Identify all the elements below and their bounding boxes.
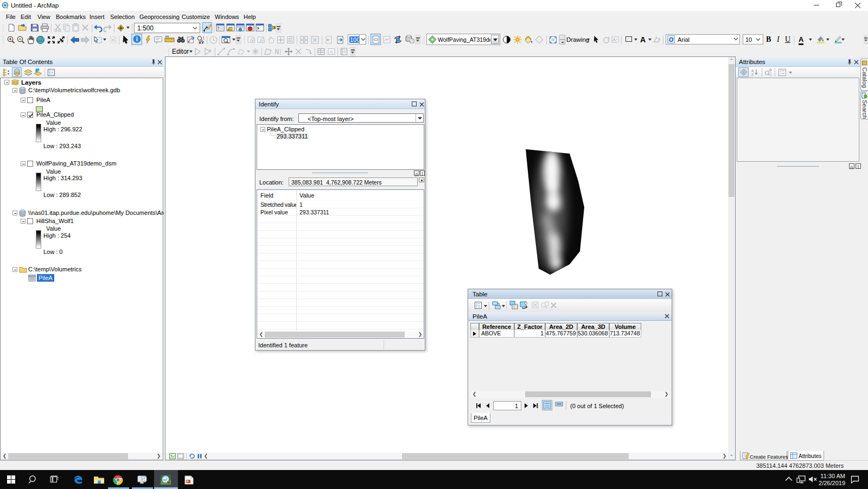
svg-text:1: 1 [289,38,292,43]
svg-text:A: A [330,49,333,55]
svg-text:A: A [751,69,754,73]
svg-text:XY: XY [199,40,204,45]
svg-text:P: P [187,480,189,483]
svg-text:Z: Z [751,73,754,77]
